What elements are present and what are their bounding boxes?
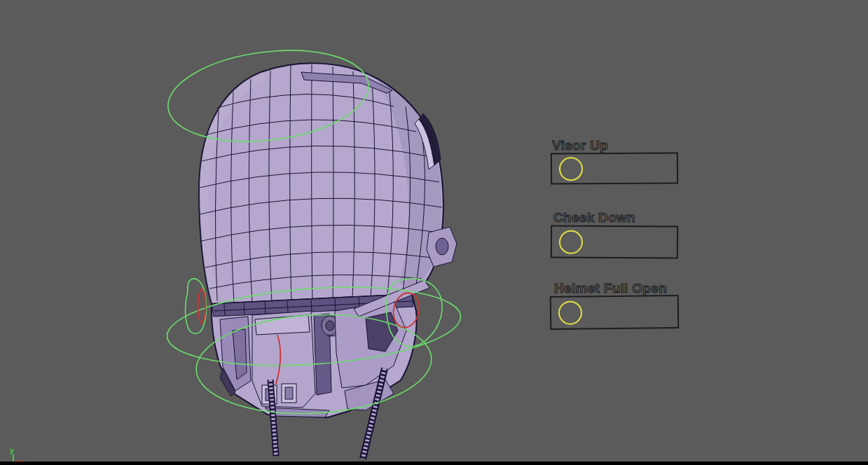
scene-canvas: y (0, 0, 868, 465)
bottom-bar-strip (0, 461, 868, 465)
helmet-full-open-slider-track[interactable] (550, 295, 679, 330)
viewport-3d[interactable]: y Visor Up Cheek Down Helmet Full Open (0, 0, 868, 465)
helmet-mesh[interactable] (199, 63, 457, 459)
rig-red-left-slider[interactable] (198, 289, 206, 323)
visor-up-slider-handle[interactable] (559, 157, 583, 181)
visor-up-slider-track[interactable] (551, 153, 678, 185)
cheek-down-slider-handle[interactable] (559, 230, 583, 254)
axis-y-label: y (10, 446, 15, 454)
cheek-down-slider-track[interactable] (551, 225, 678, 259)
rig-blob-left-cheek[interactable] (185, 279, 206, 333)
ear-knob (427, 227, 457, 267)
helmet-full-open-slider-handle[interactable] (558, 300, 582, 324)
